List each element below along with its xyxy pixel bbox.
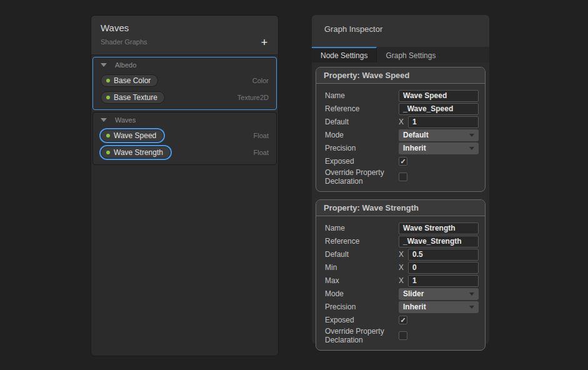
settings-row-exposed: Exposed ✓ bbox=[325, 155, 479, 168]
blackboard-section-waves[interactable]: Waves Wave Speed Float Wave Strength Flo… bbox=[92, 112, 277, 165]
category-label: Waves bbox=[115, 116, 136, 124]
dropdown-value: Inherit bbox=[403, 302, 426, 311]
settings-row-label: Reference bbox=[325, 237, 399, 246]
property-pill-base-color[interactable]: Base Color bbox=[101, 74, 158, 87]
dropdown[interactable]: Default bbox=[399, 129, 479, 141]
number-input[interactable]: 0.5 bbox=[408, 249, 479, 261]
axis-x-label: X bbox=[399, 118, 404, 126]
axis-x-label: X bbox=[399, 263, 404, 272]
settings-row-label: Min bbox=[325, 263, 399, 272]
number-input[interactable]: 0 bbox=[408, 262, 479, 274]
property-pill-base-texture[interactable]: Base Texture bbox=[101, 91, 165, 104]
property-pill-wave-strength[interactable]: Wave Strength bbox=[101, 146, 171, 159]
settings-row-precision: Precision Inherit bbox=[325, 142, 479, 154]
exposed-dot-icon bbox=[106, 151, 110, 154]
property-pill-label: Wave Strength bbox=[114, 148, 163, 157]
property-settings-body: Name Wave Strength Reference _Wave_Stren… bbox=[316, 216, 485, 350]
settings-row-control: ✓ bbox=[399, 157, 479, 166]
settings-row-label: Name bbox=[325, 91, 399, 100]
settings-row-default: Default X 0.5 bbox=[325, 248, 479, 261]
dropdown-value: Default bbox=[403, 131, 429, 139]
property-type-label: Float bbox=[254, 132, 269, 139]
settings-row-control: _Wave_Speed bbox=[399, 103, 479, 115]
foldout-triangle-icon[interactable] bbox=[101, 63, 107, 67]
settings-row-min: Min X 0 bbox=[325, 261, 479, 274]
settings-row-label: Precision bbox=[325, 302, 399, 311]
chevron-down-icon bbox=[469, 147, 474, 150]
settings-row-control: Inherit bbox=[399, 142, 479, 154]
settings-row-label: Mode bbox=[325, 131, 399, 139]
text-input[interactable]: _Wave_Speed bbox=[399, 103, 479, 115]
property-settings-header: Property: Wave Strength bbox=[316, 200, 485, 216]
blackboard-header: Waves Shader Graphs + bbox=[91, 16, 278, 56]
checkbox-unchecked-override-property-declaration[interactable] bbox=[399, 331, 407, 340]
blackboard-section-albedo[interactable]: Albedo Base Color Color Base Texture Tex… bbox=[92, 57, 277, 110]
settings-row-control: X 1 bbox=[399, 116, 479, 128]
number-input[interactable]: 1 bbox=[408, 275, 479, 287]
axis-x-label: X bbox=[399, 276, 404, 285]
property-row: Wave Speed Float bbox=[93, 128, 276, 144]
settings-row-mode: Mode Default bbox=[325, 129, 479, 141]
settings-row-default: Default X 1 bbox=[325, 116, 479, 128]
settings-row-label: Mode bbox=[325, 289, 399, 298]
settings-row-label: Override Property Declaration bbox=[325, 168, 399, 186]
property-type-label: Float bbox=[254, 149, 269, 156]
settings-row-control: Wave Speed bbox=[399, 90, 479, 102]
category-row[interactable]: Albedo bbox=[93, 58, 276, 72]
settings-row-control: Inherit bbox=[399, 301, 479, 313]
exposed-dot-icon bbox=[106, 134, 110, 138]
settings-row-control: X 1 bbox=[399, 275, 479, 287]
foldout-triangle-icon[interactable] bbox=[101, 118, 107, 122]
settings-row-label: Name bbox=[325, 224, 399, 232]
property-type-label: Color bbox=[252, 77, 269, 84]
settings-row-control: Wave Strength bbox=[399, 222, 479, 234]
property-pill-label: Base Color bbox=[114, 76, 151, 85]
property-pill-wave-speed[interactable]: Wave Speed bbox=[101, 129, 164, 142]
property-pill-label: Base Texture bbox=[114, 93, 157, 102]
settings-row-reference: Reference _Wave_Strength bbox=[325, 235, 479, 248]
chevron-down-icon bbox=[469, 134, 474, 137]
dropdown[interactable]: Inherit bbox=[399, 142, 479, 154]
settings-box-property-wave-speed: Property: Wave Speed Name Wave Speed Ref… bbox=[316, 67, 486, 192]
settings-row-control: X 0 bbox=[399, 262, 479, 274]
chevron-down-icon bbox=[469, 292, 474, 296]
settings-row-control: ✓ bbox=[399, 316, 479, 324]
axis-x-label: X bbox=[399, 250, 404, 259]
dropdown[interactable]: Slider bbox=[399, 288, 479, 300]
chevron-down-icon bbox=[469, 306, 474, 309]
settings-row-precision: Precision Inherit bbox=[325, 301, 479, 313]
settings-row-label: Max bbox=[325, 276, 399, 285]
checkbox-checked-exposed[interactable]: ✓ bbox=[399, 316, 407, 324]
property-row: Wave Strength Float bbox=[93, 144, 276, 161]
text-input[interactable]: _Wave_Strength bbox=[399, 236, 479, 248]
inspector-tab-bar: Node Settings Graph Settings bbox=[312, 47, 489, 62]
property-pill-label: Wave Speed bbox=[114, 131, 156, 140]
blackboard-panel: Waves Shader Graphs + Albedo Base Color … bbox=[91, 15, 279, 356]
text-input[interactable]: Wave Speed bbox=[399, 90, 479, 102]
settings-box-property-wave-strength: Property: Wave Strength Name Wave Streng… bbox=[316, 199, 486, 351]
tab-node-settings[interactable]: Node Settings bbox=[312, 47, 377, 62]
settings-row-mode: Mode Slider bbox=[325, 288, 479, 300]
category-label: Albedo bbox=[115, 61, 136, 69]
add-property-button[interactable]: + bbox=[258, 36, 271, 49]
settings-row-control: Default bbox=[399, 129, 479, 141]
number-input[interactable]: 1 bbox=[408, 116, 479, 128]
dropdown-value: Inherit bbox=[403, 144, 426, 152]
tab-graph-settings[interactable]: Graph Settings bbox=[377, 47, 444, 62]
settings-row-control: _Wave_Strength bbox=[399, 236, 479, 248]
text-input[interactable]: Wave Strength bbox=[399, 222, 479, 234]
settings-row-control: Slider bbox=[399, 288, 479, 300]
checkbox-checked-exposed[interactable]: ✓ bbox=[399, 157, 407, 166]
category-row[interactable]: Waves bbox=[93, 112, 276, 128]
graph-title: Waves bbox=[101, 22, 269, 33]
settings-row-max: Max X 1 bbox=[325, 274, 479, 287]
property-settings-body: Name Wave Speed Reference _Wave_Speed De… bbox=[316, 84, 485, 191]
property-settings-header: Property: Wave Speed bbox=[316, 68, 485, 84]
checkbox-unchecked-override-property-declaration[interactable] bbox=[399, 172, 407, 181]
settings-row-label: Default bbox=[325, 118, 399, 126]
property-type-label: Texture2D bbox=[237, 94, 269, 101]
settings-row-name: Name Wave Strength bbox=[325, 222, 479, 234]
settings-row-override-property-declaration: Override Property Declaration bbox=[325, 327, 479, 344]
dropdown[interactable]: Inherit bbox=[399, 301, 479, 313]
graph-inspector-title: Graph Inspector bbox=[312, 15, 489, 47]
